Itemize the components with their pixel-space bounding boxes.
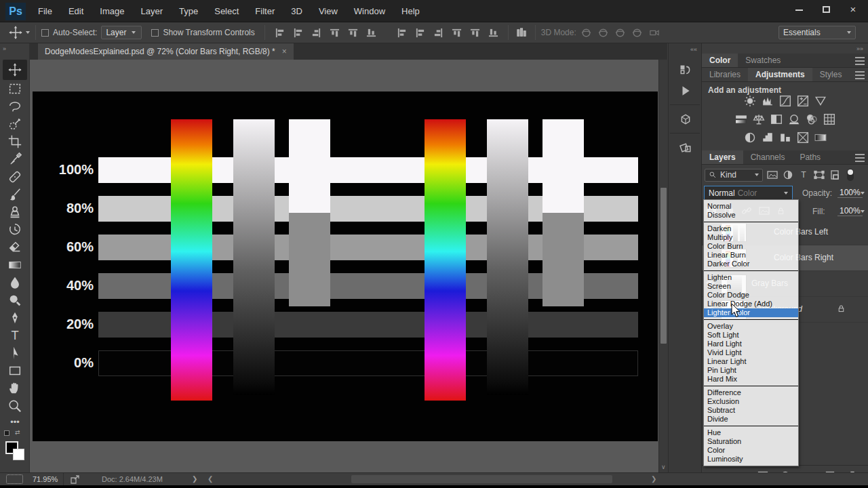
threshold-adjustment-icon[interactable] bbox=[778, 131, 792, 144]
blend-mode-option-soft-light[interactable]: Soft Light bbox=[704, 331, 798, 340]
tab-swatches[interactable]: Swatches bbox=[738, 54, 788, 67]
foreground-background-colors[interactable]: ⇄ bbox=[5, 439, 26, 460]
menu-window[interactable]: Window bbox=[346, 0, 393, 22]
type-tool[interactable]: T bbox=[3, 327, 27, 344]
distribute-icon-9[interactable] bbox=[448, 28, 466, 38]
blend-mode-option-darken[interactable]: Darken bbox=[704, 224, 798, 233]
scroll-down-icon[interactable]: ∨ bbox=[661, 464, 666, 470]
menu-type[interactable]: Type bbox=[171, 0, 206, 22]
blend-mode-option-color[interactable]: Color bbox=[704, 446, 798, 455]
rectangular-marquee-tool[interactable] bbox=[3, 80, 27, 98]
blend-mode-option-saturation[interactable]: Saturation bbox=[704, 437, 798, 446]
vibrance-adjustment-icon[interactable] bbox=[814, 95, 827, 107]
filter-type-layers-icon[interactable]: T bbox=[797, 169, 810, 180]
blend-mode-option-overlay[interactable]: Overlay bbox=[704, 322, 798, 331]
layer-filter-toggle[interactable] bbox=[847, 169, 854, 181]
swap-colors-icon[interactable]: ⇄ bbox=[15, 429, 20, 436]
brightness-contrast-adjustment-icon[interactable] bbox=[743, 95, 757, 107]
filter-adjustment-layers-icon[interactable] bbox=[782, 169, 794, 180]
spot-healing-brush-tool[interactable] bbox=[3, 168, 27, 186]
path-selection-tool[interactable] bbox=[3, 344, 27, 362]
quick-mask-icon[interactable] bbox=[6, 474, 23, 484]
align-icon-4[interactable] bbox=[344, 28, 362, 38]
gradient-tool[interactable] bbox=[3, 256, 27, 274]
status-options-chevron-icon[interactable]: ❯ bbox=[192, 473, 197, 485]
gradient-map-adjustment-icon[interactable] bbox=[814, 131, 827, 144]
black-white-adjustment-icon[interactable] bbox=[770, 113, 783, 125]
filter-pixel-layers-icon[interactable] bbox=[766, 169, 778, 180]
blend-mode-option-hard-mix[interactable]: Hard Mix bbox=[704, 375, 798, 384]
align-icon-3[interactable] bbox=[326, 28, 344, 38]
panel-menu-icon[interactable] bbox=[855, 57, 865, 65]
horizontal-scrollbar-thumb[interactable] bbox=[351, 475, 612, 483]
eraser-tool[interactable] bbox=[3, 239, 27, 256]
hue-saturation-adjustment-icon[interactable] bbox=[734, 113, 748, 125]
distribute-icon-8[interactable] bbox=[429, 28, 448, 38]
hand-tool[interactable] bbox=[3, 380, 27, 397]
menu-file[interactable]: File bbox=[30, 0, 60, 22]
document-close-icon[interactable]: × bbox=[282, 47, 287, 56]
blend-mode-option-luminosity[interactable]: Luminosity bbox=[704, 455, 798, 464]
tab-adjustments[interactable]: Adjustments bbox=[748, 68, 812, 81]
scroll-right-icon[interactable]: ❯ bbox=[651, 473, 656, 485]
document-canvas[interactable]: 100%80%60%40%20%0% bbox=[33, 92, 658, 441]
blend-mode-option-divide[interactable]: Divide bbox=[704, 415, 798, 424]
move-tool[interactable] bbox=[3, 60, 27, 80]
distribute-icon-11[interactable] bbox=[484, 28, 502, 38]
align-icon-5[interactable] bbox=[362, 28, 380, 38]
clone-stamp-tool[interactable] bbox=[3, 203, 27, 221]
channel-mixer-adjustment-icon[interactable] bbox=[805, 113, 818, 125]
close-button[interactable]: × bbox=[844, 3, 863, 18]
default-colors-icon[interactable] bbox=[4, 430, 9, 436]
tab-styles[interactable]: Styles bbox=[812, 68, 850, 81]
layer-filter-kind-select[interactable]: Kind bbox=[705, 169, 763, 182]
scroll-left-icon[interactable]: ❮ bbox=[208, 473, 213, 485]
blend-mode-option-vivid-light[interactable]: Vivid Light bbox=[704, 348, 798, 357]
vertical-scrollbar[interactable]: ∨ bbox=[658, 60, 668, 472]
blend-mode-option-linear-dodge--add-[interactable]: Linear Dodge (Add) bbox=[704, 300, 798, 308]
exposure-adjustment-icon[interactable] bbox=[796, 95, 810, 107]
panel-menu-icon[interactable] bbox=[855, 154, 865, 162]
menu-image[interactable]: Image bbox=[92, 0, 132, 22]
menu-select[interactable]: Select bbox=[206, 0, 247, 22]
minimize-button[interactable] bbox=[789, 3, 808, 18]
distribute-icon-6[interactable] bbox=[393, 28, 411, 38]
blend-mode-option-hard-light[interactable]: Hard Light bbox=[704, 340, 798, 348]
toolbar-collapse-icon[interactable]: » bbox=[3, 45, 7, 52]
blend-mode-option-darker-color[interactable]: Darker Color bbox=[704, 260, 798, 268]
auto-select-target-select[interactable]: Layer bbox=[101, 26, 142, 39]
quick-selection-tool[interactable] bbox=[3, 115, 27, 133]
posterize-adjustment-icon[interactable] bbox=[761, 131, 774, 144]
blend-mode-option-screen[interactable]: Screen bbox=[704, 282, 798, 291]
blend-mode-option-lighten[interactable]: Lighten bbox=[704, 273, 798, 282]
opacity-chevron-icon[interactable] bbox=[861, 192, 865, 195]
filter-shape-layers-icon[interactable] bbox=[813, 169, 825, 180]
menu-3d[interactable]: 3D bbox=[283, 0, 311, 22]
canvas-pasteboard[interactable]: 100%80%60%40%20%0% bbox=[30, 60, 658, 472]
move-tool-option-icon[interactable] bbox=[8, 25, 23, 40]
opacity-value[interactable]: 100% bbox=[837, 188, 863, 198]
blend-mode-option-exclusion[interactable]: Exclusion bbox=[704, 397, 798, 406]
brush-tool[interactable] bbox=[3, 186, 27, 203]
levels-adjustment-icon[interactable] bbox=[761, 95, 774, 107]
tab-layers[interactable]: Layers bbox=[702, 150, 743, 164]
history-panel-icon[interactable] bbox=[676, 61, 695, 80]
blend-mode-option-multiply[interactable]: Multiply bbox=[704, 233, 798, 242]
clone-source-panel-icon[interactable] bbox=[676, 138, 695, 157]
curves-adjustment-icon[interactable] bbox=[778, 95, 792, 107]
dodge-tool[interactable] bbox=[3, 291, 27, 309]
blend-mode-option-hue[interactable]: Hue bbox=[704, 428, 798, 437]
filter-smart-objects-icon[interactable] bbox=[829, 169, 841, 180]
workspace-select[interactable]: Essentials bbox=[778, 26, 856, 39]
fill-chevron-icon[interactable] bbox=[861, 210, 865, 213]
menu-layer[interactable]: Layer bbox=[133, 0, 172, 22]
blend-mode-option-color-burn[interactable]: Color Burn bbox=[704, 242, 798, 251]
blend-mode-select[interactable]: Normal Color bbox=[704, 186, 793, 200]
blend-mode-option-normal[interactable]: Normal bbox=[704, 202, 798, 211]
blend-mode-option-linear-light[interactable]: Linear Light bbox=[704, 357, 798, 366]
tab-color[interactable]: Color bbox=[702, 54, 738, 67]
blend-mode-option-lighter-color[interactable]: Lighter Color bbox=[704, 308, 798, 317]
background-color-swatch[interactable] bbox=[13, 449, 24, 460]
tab-libraries[interactable]: Libraries bbox=[702, 68, 748, 81]
crop-tool[interactable] bbox=[3, 133, 27, 150]
